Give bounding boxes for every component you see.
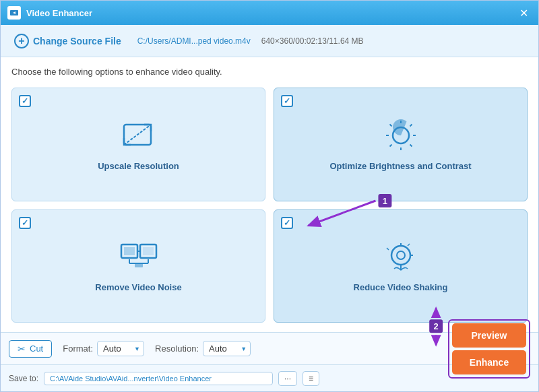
resolution-label: Resolution: xyxy=(155,344,199,354)
toolbar: + Change Source File C:/Users/ADMI...ped… xyxy=(1,25,538,57)
close-button[interactable]: ✕ xyxy=(515,5,532,21)
section-description: Choose the following options to enhance … xyxy=(11,67,528,77)
svg-line-12 xyxy=(389,144,391,146)
format-group: Format: Auto MP4 AVI MOV MKV xyxy=(63,341,144,356)
enhance-button[interactable]: Enhance xyxy=(452,350,526,374)
save-path: C:\AVAide Studio\AVAid...nverter\Video E… xyxy=(44,372,273,385)
window-title: Video Enhancer xyxy=(26,8,92,18)
cut-button[interactable]: ✂ Cut xyxy=(9,340,52,358)
option-shaking[interactable]: Reduce Video Shaking xyxy=(274,209,528,323)
noise-label: Remove Video Noise xyxy=(95,282,181,292)
options-grid: Upscale Resolution xyxy=(11,88,528,323)
bottom-bar: ✂ Cut Format: Auto MP4 AVI MOV MKV Resol… xyxy=(1,332,538,364)
svg-line-11 xyxy=(410,124,412,126)
svg-rect-14 xyxy=(124,247,135,255)
brightness-checkbox[interactable] xyxy=(281,95,293,107)
format-select[interactable]: Auto MP4 AVI MOV MKV xyxy=(97,341,144,356)
save-label: Save to: xyxy=(9,374,38,383)
option-noise[interactable]: Remove Video Noise xyxy=(11,209,265,323)
add-circle-icon: + xyxy=(14,34,29,48)
upscale-label: Upscale Resolution xyxy=(98,161,179,171)
noise-icon xyxy=(120,238,158,275)
svg-line-28 xyxy=(408,244,410,246)
format-label: Format: xyxy=(63,344,93,354)
resolution-select-wrapper: Auto 480p 720p 1080p 4K xyxy=(203,341,251,356)
svg-point-22 xyxy=(391,246,410,265)
action-buttons-container: Preview Enhance xyxy=(448,319,530,379)
cut-label: Cut xyxy=(30,344,43,354)
file-meta: 640×360/00:02:13/11.64 MB xyxy=(261,36,364,46)
option-upscale[interactable]: Upscale Resolution xyxy=(11,88,265,201)
svg-line-27 xyxy=(387,248,389,250)
file-path: C:/Users/ADMI...ped video.m4v xyxy=(137,36,251,46)
svg-line-3 xyxy=(124,125,151,145)
upscale-icon xyxy=(120,117,158,154)
shaking-icon xyxy=(382,238,420,275)
resolution-select[interactable]: Auto 480p 720p 1080p 4K xyxy=(203,341,251,356)
change-source-label: Change Source File xyxy=(33,36,121,46)
save-browse-button[interactable]: ··· xyxy=(278,371,297,386)
noise-checkbox[interactable] xyxy=(19,217,31,229)
brightness-label: Optimize Brightness and Contrast xyxy=(329,161,471,171)
change-source-button[interactable]: + Change Source File xyxy=(9,31,127,51)
preview-button[interactable]: Preview xyxy=(452,323,526,348)
title-bar-left: Video Enhancer xyxy=(7,6,92,20)
format-select-wrapper: Auto MP4 AVI MOV MKV xyxy=(97,341,144,356)
svg-rect-16 xyxy=(143,247,154,255)
scissors-icon: ✂ xyxy=(18,344,26,354)
svg-rect-21 xyxy=(135,263,143,267)
shaking-label: Reduce Video Shaking xyxy=(354,282,448,292)
title-bar: Video Enhancer ✕ xyxy=(1,1,538,25)
file-info: C:/Users/ADMI...ped video.m4v 640×360/00… xyxy=(137,36,364,46)
save-list-button[interactable]: ≡ xyxy=(303,371,319,386)
app-icon xyxy=(7,6,21,20)
svg-line-9 xyxy=(389,124,391,126)
resolution-group: Resolution: Auto 480p 720p 1080p 4K xyxy=(155,341,251,356)
upscale-checkbox[interactable] xyxy=(19,95,31,107)
brightness-icon xyxy=(382,117,420,154)
svg-line-10 xyxy=(410,144,412,146)
main-window: Video Enhancer ✕ + Change Source File C:… xyxy=(0,0,539,392)
svg-point-23 xyxy=(397,251,405,259)
option-brightness[interactable]: Optimize Brightness and Contrast xyxy=(274,88,528,201)
main-content: Choose the following options to enhance … xyxy=(1,57,538,332)
shaking-checkbox[interactable] xyxy=(281,217,293,229)
